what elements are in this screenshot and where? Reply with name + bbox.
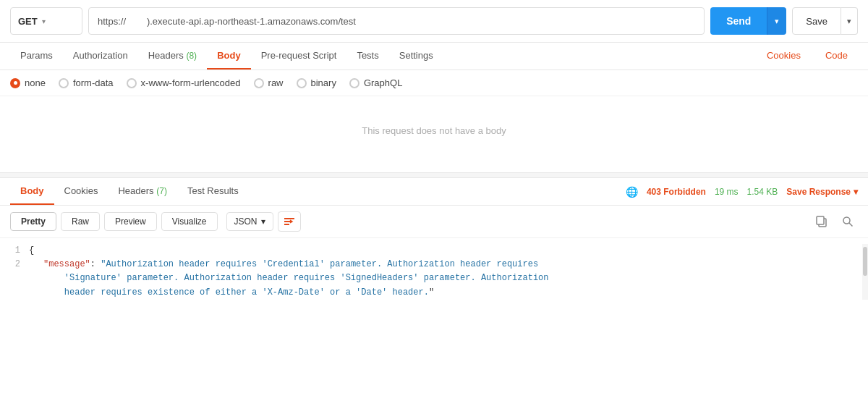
body-type-urlencoded[interactable]: x-www-form-urlencoded	[127, 77, 241, 88]
format-preview-button[interactable]: Preview	[104, 212, 157, 231]
save-dropdown-button[interactable]: ▾	[841, 7, 858, 35]
code-line-1: {	[29, 244, 852, 258]
search-button[interactable]	[838, 211, 858, 232]
format-type-chevron-icon: ▾	[261, 216, 265, 227]
radio-form-data-label: form-data	[73, 77, 114, 88]
url-input[interactable]	[88, 7, 705, 35]
body-type-form-data[interactable]: form-data	[59, 77, 114, 88]
save-button[interactable]: Save	[792, 7, 841, 35]
globe-icon: 🌐	[626, 186, 638, 198]
wrap-icon	[284, 216, 295, 227]
no-body-message: This request does not have a body	[0, 96, 868, 172]
response-size: 1.54 KB	[747, 187, 778, 197]
tab-params[interactable]: Params	[10, 43, 63, 69]
body-type-row: none form-data x-www-form-urlencoded raw…	[0, 70, 868, 96]
radio-raw-label: raw	[268, 77, 284, 88]
method-dropdown[interactable]: GET ▾	[10, 7, 82, 35]
tab-tests[interactable]: Tests	[346, 43, 388, 69]
radio-graphql-label: GraphQL	[364, 77, 402, 88]
body-type-binary[interactable]: binary	[297, 77, 336, 88]
radio-none-icon	[10, 78, 20, 88]
save-response-chevron-icon: ▾	[854, 187, 858, 197]
copy-button[interactable]	[812, 211, 832, 232]
code-viewer: 1 2 { "message": "Authorization header r…	[0, 238, 868, 306]
method-chevron-icon: ▾	[42, 17, 46, 25]
tab-authorization[interactable]: Authorization	[63, 43, 138, 69]
tab-pre-request-script[interactable]: Pre-request Script	[251, 43, 347, 69]
radio-binary-label: binary	[311, 77, 336, 88]
radio-urlencoded-label: x-www-form-urlencoded	[141, 77, 241, 88]
section-divider	[0, 172, 868, 178]
body-type-graphql[interactable]: GraphQL	[349, 77, 402, 88]
response-status-code: 403 Forbidden	[647, 187, 706, 197]
search-icon	[842, 216, 854, 227]
code-link[interactable]: Code	[815, 43, 858, 69]
wrap-button[interactable]	[278, 211, 301, 232]
save-response-button[interactable]: Save Response ▾	[786, 187, 858, 197]
body-type-raw[interactable]: raw	[254, 77, 284, 88]
radio-form-data-icon	[59, 78, 69, 88]
format-type-value: JSON	[234, 216, 258, 227]
top-bar: GET ▾ Send ▾ Save ▾	[0, 0, 868, 43]
response-tab-headers[interactable]: Headers (7)	[108, 178, 176, 205]
tab-body[interactable]: Body	[207, 43, 251, 69]
radio-none-label: none	[25, 77, 46, 88]
radio-urlencoded-icon	[127, 78, 137, 88]
scrollbar-thumb[interactable]	[863, 247, 867, 276]
json-value-message: "Authorization header requires 'Credenti…	[43, 259, 549, 297]
svg-line-6	[849, 223, 853, 227]
request-tabs: Params Authorization Headers (8) Body Pr…	[0, 43, 868, 70]
json-key-message: "message"	[43, 259, 90, 269]
method-value: GET	[18, 16, 38, 27]
format-raw-button[interactable]: Raw	[61, 212, 100, 231]
format-bar: Pretty Raw Preview Visualize JSON ▾	[0, 206, 868, 238]
icon-buttons	[812, 211, 858, 232]
send-dropdown-button[interactable]: ▾	[767, 7, 786, 35]
send-button[interactable]: Send	[710, 7, 767, 35]
radio-raw-icon	[254, 78, 264, 88]
response-body-area: 1 2 { "message": "Authorization header r…	[0, 238, 868, 306]
format-pretty-button[interactable]: Pretty	[10, 212, 56, 231]
format-type-dropdown[interactable]: JSON ▾	[226, 212, 273, 231]
code-line-2: "message": "Authorization header require…	[29, 258, 852, 300]
radio-binary-icon	[297, 78, 307, 88]
right-links: Cookies Code	[757, 43, 858, 69]
cookies-link[interactable]: Cookies	[757, 43, 811, 69]
scrollbar-track[interactable]	[862, 244, 868, 300]
tab-headers[interactable]: Headers (8)	[138, 43, 207, 69]
response-tabs: Body Cookies Headers (7) Test Results 🌐 …	[0, 178, 868, 206]
code-content: { "message": "Authorization header requi…	[29, 244, 862, 300]
response-status-bar: 🌐 403 Forbidden 19 ms 1.54 KB Save Respo…	[626, 186, 858, 198]
open-brace: {	[29, 245, 34, 256]
response-tab-cookies[interactable]: Cookies	[54, 178, 109, 205]
response-headers-badge: (7)	[156, 186, 167, 196]
response-tab-body[interactable]: Body	[10, 178, 54, 205]
headers-badge: (8)	[186, 51, 197, 61]
tab-settings[interactable]: Settings	[389, 43, 443, 69]
response-time: 19 ms	[715, 187, 739, 197]
body-type-none[interactable]: none	[10, 77, 46, 88]
format-visualize-button[interactable]: Visualize	[161, 212, 218, 231]
copy-icon	[816, 216, 827, 227]
response-tab-test-results[interactable]: Test Results	[177, 178, 249, 205]
svg-rect-4	[817, 216, 824, 224]
svg-point-5	[843, 217, 850, 224]
line-numbers: 1 2	[0, 244, 29, 300]
radio-graphql-icon	[349, 78, 359, 88]
